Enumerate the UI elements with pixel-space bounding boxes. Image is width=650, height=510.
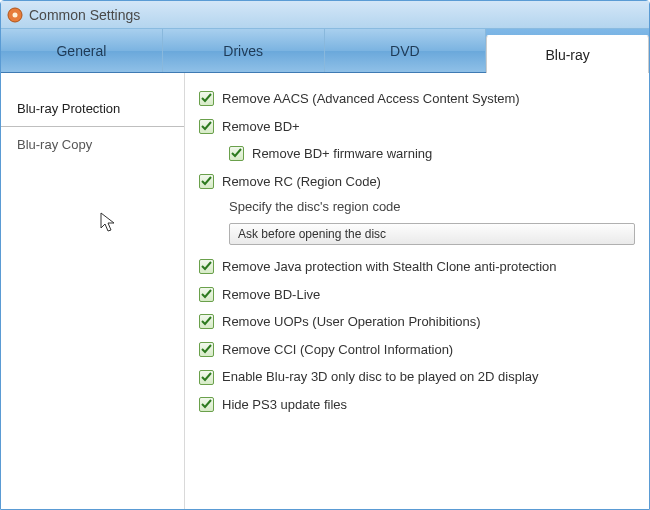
region-code-dropdown[interactable]: Ask before opening the disc xyxy=(229,223,635,245)
checkbox-remove-bdplus[interactable] xyxy=(199,119,214,134)
tab-label: DVD xyxy=(390,43,420,59)
option-remove-bdplus: Remove BD+ xyxy=(199,119,635,135)
option-label: Remove RC (Region Code) xyxy=(222,174,381,190)
option-label: Remove BD+ xyxy=(222,119,300,135)
body: Blu-ray Protection Blu-ray Copy Remove A… xyxy=(1,73,649,509)
option-hide-ps3: Hide PS3 update files xyxy=(199,397,635,413)
sidebar-item-protection[interactable]: Blu-ray Protection xyxy=(1,91,184,127)
dropdown-value: Ask before opening the disc xyxy=(238,227,386,241)
region-code-label-row: Specify the disc's region code xyxy=(199,199,635,215)
option-label: Remove CCI (Copy Control Information) xyxy=(222,342,453,358)
titlebar: Common Settings xyxy=(1,1,649,29)
svg-point-1 xyxy=(13,12,18,17)
option-label: Remove BD+ firmware warning xyxy=(252,146,432,162)
window-title: Common Settings xyxy=(29,7,140,23)
checkbox-remove-java[interactable] xyxy=(199,259,214,274)
checkbox-remove-bdlive[interactable] xyxy=(199,287,214,302)
tab-label: Blu-ray xyxy=(545,47,589,63)
tab-general[interactable]: General xyxy=(1,29,163,72)
tab-bluray[interactable]: Blu-ray xyxy=(486,35,649,73)
sidebar: Blu-ray Protection Blu-ray Copy xyxy=(1,73,185,509)
checkbox-remove-uops[interactable] xyxy=(199,314,214,329)
sidebar-item-label: Blu-ray Protection xyxy=(17,101,120,116)
tab-label: Drives xyxy=(223,43,263,59)
option-remove-bdplus-fw: Remove BD+ firmware warning xyxy=(199,146,635,162)
option-remove-cci: Remove CCI (Copy Control Information) xyxy=(199,342,635,358)
option-remove-rc: Remove RC (Region Code) xyxy=(199,174,635,190)
option-remove-java: Remove Java protection with Stealth Clon… xyxy=(199,259,635,275)
content-pane: Remove AACS (Advanced Access Content Sys… xyxy=(185,73,649,509)
option-label: Remove Java protection with Stealth Clon… xyxy=(222,259,557,275)
tab-label: General xyxy=(56,43,106,59)
checkbox-remove-rc[interactable] xyxy=(199,174,214,189)
option-remove-aacs: Remove AACS (Advanced Access Content Sys… xyxy=(199,91,635,107)
settings-window: Common Settings General Drives DVD Blu-r… xyxy=(0,0,650,510)
app-icon xyxy=(7,7,23,23)
tab-drives[interactable]: Drives xyxy=(163,29,325,72)
option-remove-bdlive: Remove BD-Live xyxy=(199,287,635,303)
option-remove-uops: Remove UOPs (User Operation Prohibitions… xyxy=(199,314,635,330)
checkbox-enable-3d[interactable] xyxy=(199,370,214,385)
option-enable-3d: Enable Blu-ray 3D only disc to be played… xyxy=(199,369,635,385)
option-label: Hide PS3 update files xyxy=(222,397,347,413)
checkbox-remove-bdplus-fw[interactable] xyxy=(229,146,244,161)
sidebar-item-copy[interactable]: Blu-ray Copy xyxy=(1,127,184,163)
tab-dvd[interactable]: DVD xyxy=(325,29,487,72)
checkbox-hide-ps3[interactable] xyxy=(199,397,214,412)
checkbox-remove-cci[interactable] xyxy=(199,342,214,357)
option-label: Enable Blu-ray 3D only disc to be played… xyxy=(222,369,539,385)
region-code-label: Specify the disc's region code xyxy=(229,199,401,215)
tab-bar: General Drives DVD Blu-ray xyxy=(1,29,649,73)
checkbox-remove-aacs[interactable] xyxy=(199,91,214,106)
sidebar-item-label: Blu-ray Copy xyxy=(17,137,92,152)
option-label: Remove UOPs (User Operation Prohibitions… xyxy=(222,314,481,330)
option-label: Remove BD-Live xyxy=(222,287,320,303)
option-label: Remove AACS (Advanced Access Content Sys… xyxy=(222,91,520,107)
